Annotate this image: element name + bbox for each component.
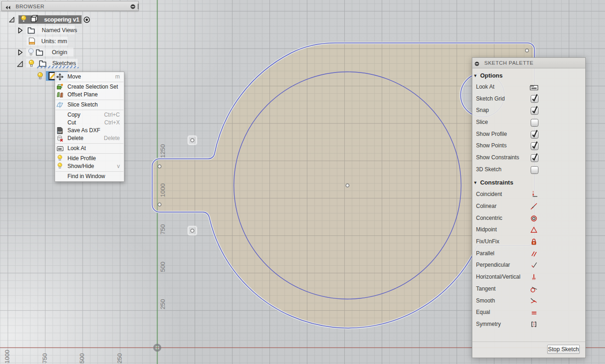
svg-text:1000: 1000 [159,183,166,197]
svg-text:750: 750 [159,224,166,235]
svg-text:250: 250 [116,353,123,364]
svg-text:500: 500 [159,262,166,272]
svg-text:1000: 1000 [4,350,11,364]
svg-text:250: 250 [159,299,166,309]
svg-text:DXF: DXF [58,131,62,134]
svg-text:500: 500 [78,353,85,364]
svg-text:1250: 1250 [159,144,166,158]
svg-text:750: 750 [41,353,48,364]
